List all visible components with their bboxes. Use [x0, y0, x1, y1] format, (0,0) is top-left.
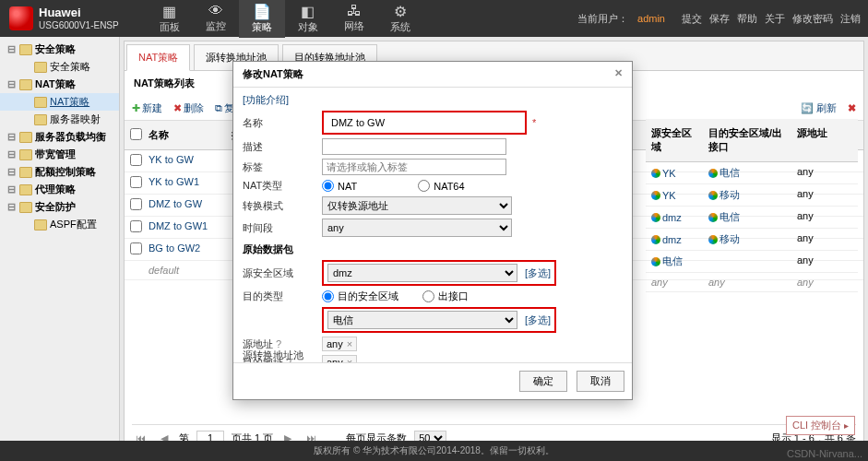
section-orig: 原始数据包 — [243, 242, 623, 256]
col-dzone: 目的安全区域/出接口 — [703, 123, 791, 158]
cancel-button[interactable]: 取消 — [577, 371, 624, 392]
link-提交[interactable]: 提交 — [682, 13, 702, 24]
tag-input[interactable] — [322, 159, 506, 175]
tree-安全策略[interactable]: 安全策略 — [0, 58, 119, 76]
link-关于[interactable]: 关于 — [765, 13, 785, 24]
link-修改密码[interactable]: 修改密码 — [792, 13, 833, 24]
brand-name: Huawei — [39, 6, 119, 19]
intro-link[interactable]: [功能介绍] — [243, 94, 289, 105]
delete-button[interactable]: ✖删除 — [173, 101, 204, 115]
table-row[interactable]: YK移动any — [646, 184, 858, 207]
nav-对象[interactable]: ◧对象 — [285, 0, 331, 38]
col-saddr: 源地址 — [791, 123, 836, 158]
tree-服务器映射[interactable]: 服务器映射 — [0, 111, 119, 128]
nav-系统[interactable]: ⚙系统 — [377, 0, 423, 38]
table-row[interactable]: dmz电信any — [646, 207, 858, 229]
huawei-logo-icon — [9, 6, 33, 30]
tree-服务器负载均衡[interactable]: ⊟服务器负载均衡 — [0, 128, 119, 146]
nav-策略[interactable]: 📄策略 — [239, 0, 285, 38]
chip-remove-icon: × — [347, 338, 352, 349]
tree-安全策略[interactable]: ⊟安全策略 — [0, 41, 119, 58]
current-user: admin — [637, 13, 665, 24]
nav-面板[interactable]: ▦面板 — [147, 0, 193, 38]
modal-close-icon[interactable]: ✕ — [614, 67, 623, 81]
sidebar: ⊟安全策略安全策略⊟NAT策略NAT策略服务器映射⊟服务器负载均衡⊟带宽管理⊟配… — [0, 37, 120, 461]
link-注销[interactable]: 注销 — [840, 13, 861, 24]
select-all-checkbox[interactable] — [130, 128, 142, 140]
tree-带宽管理[interactable]: ⊟带宽管理 — [0, 146, 119, 163]
nat-radio[interactable]: NAT — [322, 180, 357, 192]
refresh-button[interactable]: 🔄 刷新 — [801, 101, 837, 115]
nat64-radio[interactable]: NAT64 — [418, 180, 464, 192]
szone-select[interactable]: dmz — [327, 264, 517, 282]
time-select[interactable]: any — [322, 219, 512, 237]
right-grid: 源安全区域 目的安全区域/出接口 源地址 YK电信anyYK移动anydmz电信… — [646, 119, 858, 292]
footer: 版权所有 © 华为技术有限公司2014-2018。保留一切权利。 — [0, 441, 868, 461]
ok-button[interactable]: 确定 — [519, 371, 567, 392]
table-row[interactable]: dmz移动any — [646, 229, 858, 251]
tree-NAT策略[interactable]: NAT策略 — [0, 93, 119, 111]
szone-more-link[interactable]: [多选] — [525, 266, 551, 280]
label-name: 名称 — [243, 116, 316, 130]
edit-nat-modal: 修改NAT策略 ✕ [功能介绍] 名称 * 描述 标签 NAT类型 NAT NA… — [232, 61, 633, 400]
top-bar: Huawei USG6000V1-ENSP ▦面板👁监控📄策略◧对象🖧网络⚙系统… — [0, 0, 868, 37]
name-input[interactable] — [327, 114, 512, 131]
nav-监控[interactable]: 👁监控 — [193, 0, 239, 38]
link-保存[interactable]: 保存 — [709, 13, 730, 24]
table-row[interactable]: 电信any — [646, 251, 858, 273]
dtype-if-radio[interactable]: 出接口 — [422, 290, 469, 303]
tree-NAT策略[interactable]: ⊟NAT策略 — [0, 76, 119, 93]
tree-安全防护[interactable]: ⊟安全防护 — [0, 198, 119, 216]
tree-代理策略[interactable]: ⊟代理策略 — [0, 181, 119, 198]
watermark: CSDN-Nirvana... — [787, 448, 862, 459]
tree-ASPF配置[interactable]: ASPF配置 — [0, 216, 119, 233]
daddr-chip[interactable]: any× — [322, 355, 357, 362]
nav-网络[interactable]: 🖧网络 — [331, 0, 377, 38]
modal-title: 修改NAT策略 — [243, 67, 303, 81]
link-帮助[interactable]: 帮助 — [737, 13, 757, 24]
brand-model: USG6000V1-ENSP — [39, 20, 119, 30]
current-user-label: 当前用户： — [577, 12, 628, 26]
col-szone: 源安全区域 — [646, 123, 703, 158]
convmode-select[interactable]: 仅转换源地址 — [322, 196, 512, 215]
dzone-more-link[interactable]: [多选] — [525, 313, 551, 327]
dzone-select[interactable]: 电信 — [327, 311, 517, 329]
clear-icon[interactable]: ✖ — [848, 102, 856, 114]
top-right: 当前用户： admin 提交保存帮助关于修改密码注销 — [570, 12, 868, 26]
table-row[interactable]: YK电信any — [646, 162, 858, 184]
main-nav: ▦面板👁监控📄策略◧对象🖧网络⚙系统 — [147, 0, 423, 38]
dtype-zone-radio[interactable]: 目的安全区域 — [322, 290, 398, 303]
cli-console-button[interactable]: CLI 控制台 ▸ — [786, 416, 855, 435]
saddr-chip[interactable]: any× — [322, 337, 357, 351]
brand: Huawei USG6000V1-ENSP — [0, 6, 128, 30]
help-icon[interactable]: ? — [276, 338, 281, 349]
desc-input[interactable] — [322, 138, 506, 155]
col-name: 名称 — [143, 124, 226, 146]
tab-NAT策略[interactable]: NAT策略 — [126, 44, 190, 71]
add-button[interactable]: ✚新建 — [132, 101, 162, 115]
tree-配额控制策略[interactable]: ⊟配额控制策略 — [0, 163, 119, 181]
